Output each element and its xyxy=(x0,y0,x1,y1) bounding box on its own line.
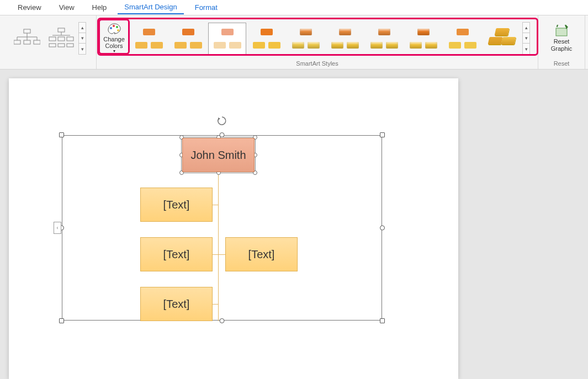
style-option-2[interactable] xyxy=(169,23,207,55)
style-option-5[interactable] xyxy=(287,23,325,55)
document-canvas: ‹ John Smith [Text xyxy=(0,70,588,379)
org-root-node[interactable]: John Smith xyxy=(182,138,255,172)
svg-rect-22 xyxy=(556,28,567,36)
svg-point-18 xyxy=(110,27,112,29)
svg-rect-9 xyxy=(58,28,65,32)
resize-handle-bm[interactable] xyxy=(220,318,225,323)
tab-view[interactable]: View xyxy=(52,1,81,14)
tab-smartart-design[interactable]: SmartArt Design xyxy=(118,1,183,14)
svg-rect-8 xyxy=(34,40,40,44)
org-chart-icon xyxy=(14,27,40,49)
org-sub-node-3[interactable]: [Text] xyxy=(140,287,213,321)
org-sub-node-1[interactable]: [Text] xyxy=(140,188,213,222)
org-sub-text: [Text] xyxy=(163,248,190,261)
layouts-up-button[interactable]: ▴ xyxy=(79,23,86,33)
resize-handle-mr[interactable] xyxy=(380,226,385,231)
org-sub-text: [Text] xyxy=(248,248,275,261)
style-option-4[interactable] xyxy=(247,23,285,55)
org-sub-node-2[interactable]: [Text] xyxy=(140,237,213,271)
styles-more-button[interactable]: ▾ xyxy=(523,44,529,54)
resize-handle-br[interactable] xyxy=(380,318,385,323)
style-option-1[interactable] xyxy=(130,23,168,55)
connector-line xyxy=(218,254,225,255)
tab-help[interactable]: Help xyxy=(86,1,114,14)
reset-group-label: Reset xyxy=(538,59,585,69)
reset-group: Reset Graphic Reset xyxy=(538,15,585,69)
smartart-container[interactable]: ‹ John Smith [Text xyxy=(62,135,382,321)
change-colors-button[interactable]: Change Colors ▾ xyxy=(99,20,129,56)
svg-rect-6 xyxy=(14,40,20,44)
svg-point-21 xyxy=(117,29,119,31)
layouts-group: ▴ ▾ ▾ xyxy=(0,15,97,69)
styles-scroll: ▴ ▾ ▾ xyxy=(522,22,530,55)
style-option-3d[interactable] xyxy=(483,23,521,55)
org-sub-text: [Text] xyxy=(163,298,190,311)
styles-down-button[interactable]: ▾ xyxy=(523,33,529,44)
svg-rect-14 xyxy=(67,37,73,41)
svg-rect-16 xyxy=(58,44,65,47)
styles-group-label: SmartArt Styles xyxy=(97,59,538,69)
svg-point-20 xyxy=(116,26,118,28)
org-root-text: John Smith xyxy=(190,149,246,162)
svg-rect-17 xyxy=(67,44,73,47)
style-option-9[interactable] xyxy=(443,23,481,55)
text-pane-toggle[interactable]: ‹ xyxy=(54,222,61,234)
style-option-6[interactable] xyxy=(326,23,364,55)
svg-rect-0 xyxy=(24,29,30,33)
layouts-group-label xyxy=(0,59,96,69)
chevron-down-icon: ▾ xyxy=(113,49,115,54)
rotate-handle[interactable] xyxy=(216,115,227,126)
style-option-3[interactable] xyxy=(208,23,246,55)
tab-review[interactable]: Review xyxy=(11,1,48,14)
smartart-styles-group: Change Colors ▾ ▴ ▾ ▾ SmartArt Styles xyxy=(97,15,538,69)
connector-line xyxy=(218,172,219,321)
svg-rect-13 xyxy=(58,37,65,41)
layouts-gallery: ▴ ▾ ▾ xyxy=(10,22,86,55)
ribbon: ▴ ▾ ▾ Change Colors ▾ xyxy=(0,15,588,70)
reset-graphic-icon xyxy=(554,25,569,38)
connector-line xyxy=(213,304,219,305)
page[interactable]: ‹ John Smith [Text xyxy=(9,78,458,379)
svg-rect-7 xyxy=(24,40,30,44)
svg-rect-15 xyxy=(49,44,56,47)
reset-graphic-button[interactable]: Reset Graphic xyxy=(545,23,578,54)
change-colors-label: Change Colors xyxy=(99,36,129,49)
layouts-scroll: ▴ ▾ ▾ xyxy=(78,22,86,55)
svg-point-19 xyxy=(113,25,115,27)
connector-line xyxy=(213,205,219,205)
org-sub-text: [Text] xyxy=(163,199,190,211)
tab-format[interactable]: Format xyxy=(188,1,224,14)
style-option-7[interactable] xyxy=(365,23,403,55)
palette-icon xyxy=(107,23,121,35)
style-option-8[interactable] xyxy=(404,23,442,55)
org-sub-node-4[interactable]: [Text] xyxy=(225,237,298,271)
svg-marker-24 xyxy=(218,118,220,120)
resize-handle-bl[interactable] xyxy=(59,318,64,323)
org-chart-icon xyxy=(48,27,75,49)
reset-graphic-label: Reset Graphic xyxy=(545,38,578,51)
tab-bar: Review View Help SmartArt Design Format xyxy=(0,0,588,15)
resize-handle-tl[interactable] xyxy=(59,132,64,137)
rotate-icon xyxy=(216,115,227,126)
layouts-more-button[interactable]: ▾ xyxy=(79,44,86,54)
layout-option-1[interactable] xyxy=(10,22,44,54)
svg-rect-12 xyxy=(49,37,56,41)
layouts-down-button[interactable]: ▾ xyxy=(79,33,86,44)
resize-handle-tr[interactable] xyxy=(380,132,385,137)
layout-option-2[interactable] xyxy=(44,22,78,54)
styles-gallery xyxy=(129,23,521,55)
styles-up-button[interactable]: ▴ xyxy=(523,23,529,33)
chevron-left-icon: ‹ xyxy=(57,225,59,231)
